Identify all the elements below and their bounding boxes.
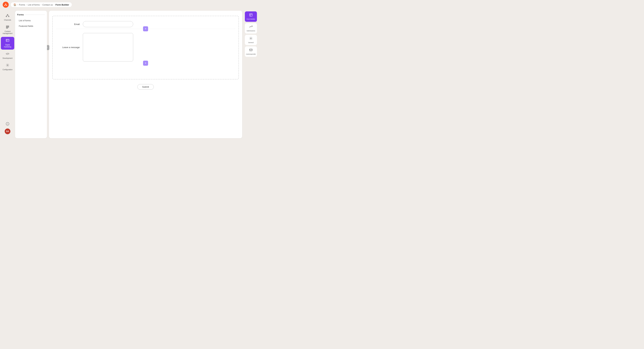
marketing-icon — [6, 38, 10, 43]
topbar: 🏠 › Forms › List of forms › Contact us ›… — [0, 0, 258, 9]
svg-rect-12 — [6, 28, 8, 28]
nav-section-title: Forms — [17, 13, 45, 16]
svg-rect-25 — [250, 49, 252, 51]
left-sidebar: Channels Content management Digital — [0, 9, 15, 140]
right-sidebar-autoresponder[interactable]: Autoresponder — [245, 46, 257, 57]
svg-point-17 — [7, 65, 8, 66]
svg-line-9 — [8, 15, 9, 16]
breadcrumb-current: Form Builder — [56, 3, 69, 6]
svg-point-5 — [7, 14, 8, 15]
general-icon — [249, 36, 253, 41]
add-field-after-message-button[interactable]: + — [143, 61, 148, 66]
sidebar-bottom: GA — [5, 122, 10, 137]
nav-panel: Forms List of forms Featured fields — [15, 11, 47, 138]
right-sidebar-submissions[interactable]: Submissions — [245, 23, 257, 33]
form-row-email: Email: + — [56, 19, 235, 29]
right-sidebar-form-builder[interactable]: Form Builder — [245, 11, 257, 22]
form-row-message: Leave a message: + — [56, 30, 235, 63]
svg-line-3 — [5, 4, 6, 5]
add-row-left-button[interactable]: + — [47, 45, 49, 50]
sidebar-item-content[interactable]: Content management — [1, 23, 14, 36]
svg-rect-10 — [6, 26, 9, 26]
sidebar-item-development[interactable]: Development — [1, 50, 14, 61]
add-field-after-email-button[interactable]: + — [143, 26, 148, 31]
email-input[interactable] — [83, 21, 133, 27]
autoresponder-label: Autoresponder — [246, 53, 256, 55]
svg-line-8 — [6, 15, 8, 16]
submit-button[interactable]: Submit — [137, 84, 154, 90]
svg-rect-21 — [250, 13, 252, 16]
svg-point-6 — [6, 16, 7, 17]
info-icon[interactable] — [6, 122, 10, 126]
autoresponder-icon — [249, 48, 253, 53]
sidebar-item-configuration[interactable]: Configuration — [1, 62, 14, 72]
email-label: Email: — [56, 23, 83, 25]
breadcrumb: 🏠 › Forms › List of forms › Contact us ›… — [11, 2, 72, 7]
content-label: Content management — [2, 30, 13, 34]
form-builder-label: Form Builder — [246, 18, 255, 20]
dev-label: Development — [3, 57, 12, 59]
svg-point-20 — [8, 123, 8, 123]
sidebar-item-channels[interactable]: Channels — [1, 12, 14, 23]
svg-point-7 — [8, 16, 9, 17]
svg-line-16 — [7, 53, 8, 55]
breadcrumb-forms[interactable]: Forms — [19, 3, 25, 6]
svg-rect-11 — [6, 27, 9, 27]
marketing-label: Digital marketing — [2, 44, 13, 48]
right-sidebar-general[interactable]: General — [245, 35, 257, 45]
user-avatar[interactable]: GA — [5, 128, 10, 134]
channels-label: Channels — [4, 19, 11, 21]
submissions-icon — [249, 25, 253, 29]
form-canvas: + Email: + Leave a message: + Submit — [49, 11, 242, 138]
svg-point-24 — [250, 38, 252, 39]
content-icon — [6, 25, 10, 30]
svg-line-4 — [6, 4, 6, 5]
app-logo[interactable] — [3, 2, 9, 8]
submissions-label: Submissions — [246, 30, 255, 32]
content-area: + Email: + Leave a message: + Submit — [47, 9, 244, 140]
nav-item-featured-fields[interactable]: Featured fields — [17, 23, 45, 29]
message-textarea[interactable] — [83, 33, 133, 61]
breadcrumb-home[interactable]: 🏠 — [14, 3, 16, 6]
message-label: Leave a message: — [56, 46, 83, 48]
main-layout: Channels Content management Digital — [0, 9, 258, 140]
dev-icon — [6, 52, 10, 57]
svg-rect-13 — [6, 39, 9, 41]
right-sidebar: Form Builder Submissions General — [244, 9, 258, 140]
form-builder-area: + Email: + Leave a message: + — [52, 16, 239, 79]
breadcrumb-list-of-forms[interactable]: List of forms — [28, 3, 40, 6]
config-icon — [6, 63, 10, 68]
submit-row: Submit — [52, 84, 239, 90]
nav-item-list-of-forms[interactable]: List of forms — [17, 18, 45, 23]
channels-icon — [6, 14, 10, 18]
general-label: General — [248, 42, 254, 43]
sidebar-item-marketing[interactable]: Digital marketing — [1, 37, 14, 50]
form-builder-icon — [249, 13, 253, 17]
config-label: Configuration — [2, 69, 12, 71]
breadcrumb-contact-us[interactable]: Contact us — [42, 3, 53, 6]
